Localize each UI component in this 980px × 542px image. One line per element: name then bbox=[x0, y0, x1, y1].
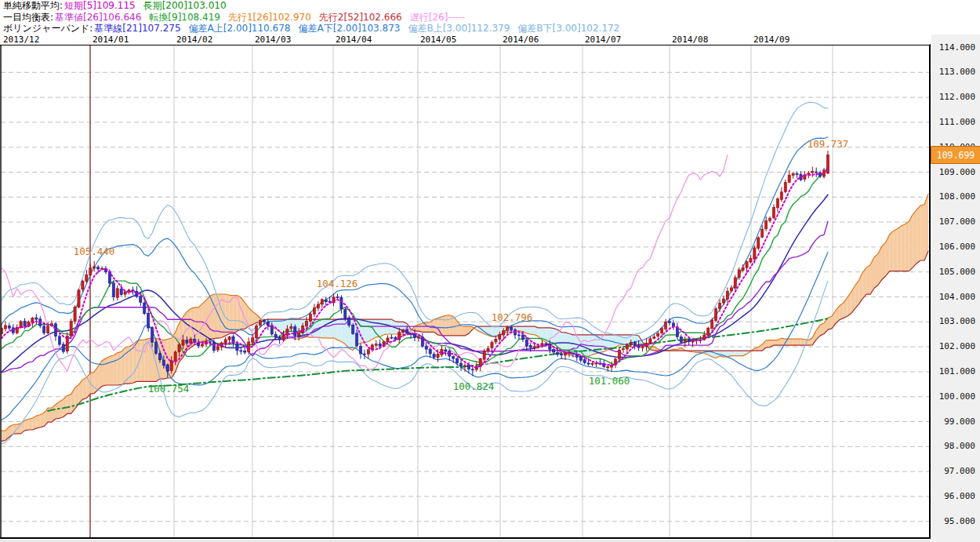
legend-row: 単純移動平均:短期[5]109.115長期[200]103.010 bbox=[0, 0, 980, 12]
x-tick-label: 2014/09 bbox=[753, 35, 789, 45]
indicator-legend: 単純移動平均:短期[5]109.115長期[200]103.010一目均衡表:基… bbox=[0, 0, 980, 35]
legend-item: 転換[9]108.419 bbox=[149, 12, 220, 23]
y-tick-label: 105.000 bbox=[939, 267, 975, 277]
y-tick-label: 108.000 bbox=[939, 191, 975, 202]
legend-item: 偏差B下[3.00]102.172 bbox=[517, 23, 619, 34]
x-tick-label: 2014/05 bbox=[420, 35, 456, 45]
legend-label: ボリンジャーバンド: bbox=[3, 23, 93, 34]
legend-label: 一目均衡表: bbox=[3, 12, 53, 23]
legend-item: 長期[200]103.010 bbox=[143, 0, 227, 11]
y-tick-label: 99.000 bbox=[944, 417, 975, 427]
price-annotation: 100.824 bbox=[453, 380, 495, 392]
current-price-value: 109.699 bbox=[937, 150, 975, 161]
x-tick-label: 2014/07 bbox=[585, 35, 621, 45]
price-annotation: 105.440 bbox=[74, 246, 115, 257]
legend-row: ボリンジャーバンド:基準線[21]107.275偏差A上[2.00]110.67… bbox=[0, 23, 980, 35]
x-tick-label: 2013/12 bbox=[3, 35, 39, 45]
y-tick-label: 111.000 bbox=[939, 117, 975, 127]
y-tick-label: 103.000 bbox=[939, 316, 975, 326]
legend-item: 遅行[26]----- bbox=[410, 12, 465, 23]
y-tick-label: 104.000 bbox=[939, 292, 975, 302]
y-tick-label: 100.000 bbox=[939, 391, 975, 402]
price-annotation: 102.796 bbox=[492, 311, 533, 323]
x-tick-label: 2014/04 bbox=[336, 35, 372, 45]
price-annotation: 100.754 bbox=[148, 383, 190, 395]
x-axis: 2013/122014/012014/022014/032014/042014/… bbox=[0, 35, 930, 45]
x-tick-label: 2014/03 bbox=[255, 35, 291, 45]
price-annotation: 109.737 bbox=[808, 138, 849, 150]
y-tick-label: 102.000 bbox=[939, 341, 975, 351]
y-tick-label: 114.000 bbox=[939, 42, 975, 53]
y-tick-label: 106.000 bbox=[939, 242, 975, 252]
x-tick-label: 2014/02 bbox=[176, 35, 212, 45]
y-tick-label: 97.000 bbox=[944, 466, 975, 476]
y-tick-label: 101.000 bbox=[939, 366, 975, 376]
legend-item: 偏差A上[2.00]110.678 bbox=[189, 23, 291, 34]
current-price-badge: 109.699 bbox=[931, 146, 980, 164]
price-chart[interactable]: 105.440100.754104.126100.824102.796101.0… bbox=[0, 0, 980, 542]
legend-item: 先行2[52]102.666 bbox=[319, 12, 402, 23]
y-tick-label: 96.000 bbox=[944, 491, 975, 501]
legend-item: 短期[5]109.115 bbox=[64, 0, 136, 11]
legend-row: 一目均衡表:基準値[26]106.646転換[9]108.419先行1[26]1… bbox=[0, 12, 980, 24]
legend-item: 偏差B上[3.00]112.379 bbox=[408, 23, 510, 34]
price-annotation: 101.060 bbox=[589, 375, 630, 387]
legend-label: 単純移動平均: bbox=[3, 0, 63, 11]
x-tick-label: 2014/08 bbox=[672, 35, 708, 45]
legend-item: 基準線[21]107.275 bbox=[94, 23, 180, 34]
y-tick-label: 112.000 bbox=[939, 92, 975, 102]
y-tick-label: 113.000 bbox=[939, 67, 975, 77]
y-tick-label: 98.000 bbox=[944, 441, 975, 451]
legend-item: 基準値[26]106.646 bbox=[55, 12, 141, 23]
y-tick-label: 107.000 bbox=[939, 216, 975, 227]
legend-item: 先行1[26]102.970 bbox=[228, 12, 311, 23]
chart-window: 単純移動平均:短期[5]109.115長期[200]103.010一目均衡表:基… bbox=[0, 0, 980, 542]
y-tick-label: 109.000 bbox=[939, 167, 975, 177]
x-tick-label: 2014/06 bbox=[503, 35, 539, 45]
y-tick-label: 95.000 bbox=[944, 516, 975, 526]
price-annotation: 104.126 bbox=[317, 278, 358, 289]
x-tick-label: 2014/01 bbox=[93, 35, 129, 45]
legend-item: 偏差A下[2.00]103.873 bbox=[298, 23, 400, 34]
